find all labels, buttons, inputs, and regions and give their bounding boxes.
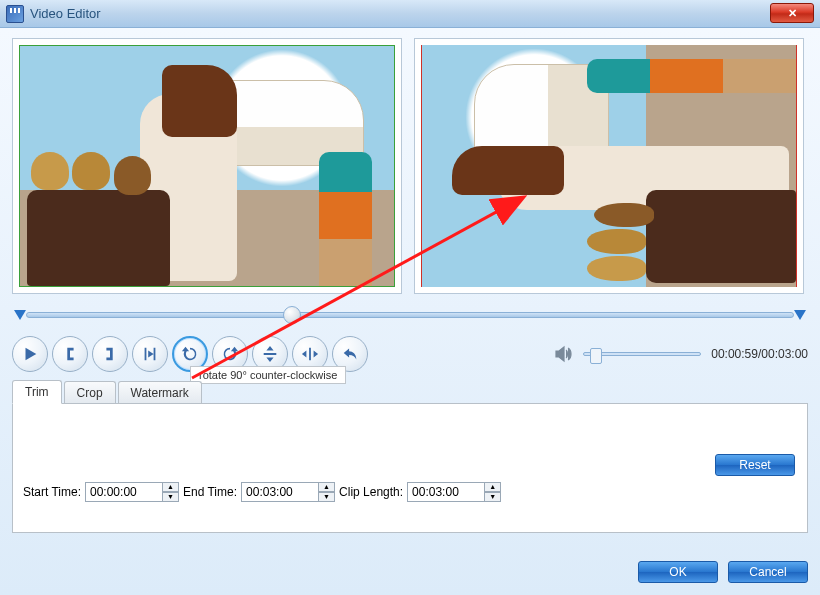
work-area: rotate 90° counter-clockwise 00:00:59/00… [0, 28, 820, 595]
spin-up-icon[interactable]: ▲ [319, 482, 335, 492]
output-video-frame [421, 45, 797, 287]
trim-panel: Start Time: ▲▼ End Time: ▲▼ Clip Length:… [12, 403, 808, 533]
tab-trim[interactable]: Trim [12, 380, 62, 404]
mark-out-icon [101, 345, 119, 363]
dialog-buttons: OK Cancel [12, 551, 808, 583]
source-preview [12, 38, 402, 294]
tab-crop[interactable]: Crop [64, 381, 116, 404]
end-time-field[interactable]: ▲▼ [241, 482, 335, 502]
mark-in-icon [61, 345, 79, 363]
flip-vertical-icon [261, 345, 279, 363]
undo-icon [341, 345, 359, 363]
play-range-button[interactable] [132, 336, 168, 372]
flip-horizontal-icon [301, 345, 319, 363]
mark-out-button[interactable] [92, 336, 128, 372]
rotate-ccw-icon [181, 345, 199, 363]
app-icon [6, 5, 24, 23]
clip-length-label: Clip Length: [339, 485, 403, 499]
clip-length-field[interactable]: ▲▼ [407, 482, 501, 502]
time-display: 00:00:59/00:03:00 [711, 347, 808, 361]
source-video-frame [19, 45, 395, 287]
rotate-cw-icon [221, 345, 239, 363]
range-end-marker[interactable] [794, 310, 806, 320]
transport-controls: rotate 90° counter-clockwise 00:00:59/00… [12, 336, 808, 372]
reset-button[interactable]: Reset [715, 454, 795, 476]
start-time-field[interactable]: ▲▼ [85, 482, 179, 502]
play-range-icon [141, 345, 159, 363]
volume-slider[interactable] [583, 352, 701, 356]
start-time-label: Start Time: [23, 485, 81, 499]
title-bar: Video Editor ✕ [0, 0, 820, 28]
tab-strip: Trim Crop Watermark [12, 380, 808, 404]
timeline-thumb[interactable] [283, 306, 301, 324]
mark-in-button[interactable] [52, 336, 88, 372]
spin-up-icon[interactable]: ▲ [485, 482, 501, 492]
spin-up-icon[interactable]: ▲ [163, 482, 179, 492]
timeline-track[interactable] [26, 312, 794, 318]
output-preview [414, 38, 804, 294]
ok-button[interactable]: OK [638, 561, 718, 583]
timeline-slider[interactable] [12, 304, 808, 326]
range-start-marker[interactable] [14, 310, 26, 320]
close-icon: ✕ [788, 7, 797, 20]
speaker-icon[interactable] [553, 344, 573, 364]
tab-watermark[interactable]: Watermark [118, 381, 202, 404]
spin-down-icon[interactable]: ▼ [319, 492, 335, 502]
spin-down-icon[interactable]: ▼ [485, 492, 501, 502]
close-button[interactable]: ✕ [770, 3, 814, 23]
start-time-input[interactable] [85, 482, 163, 502]
play-button[interactable] [12, 336, 48, 372]
clip-length-input[interactable] [407, 482, 485, 502]
preview-row [12, 38, 808, 294]
end-time-label: End Time: [183, 485, 237, 499]
window-title: Video Editor [30, 6, 101, 21]
end-time-input[interactable] [241, 482, 319, 502]
cancel-button[interactable]: Cancel [728, 561, 808, 583]
spin-down-icon[interactable]: ▼ [163, 492, 179, 502]
play-icon [21, 345, 39, 363]
